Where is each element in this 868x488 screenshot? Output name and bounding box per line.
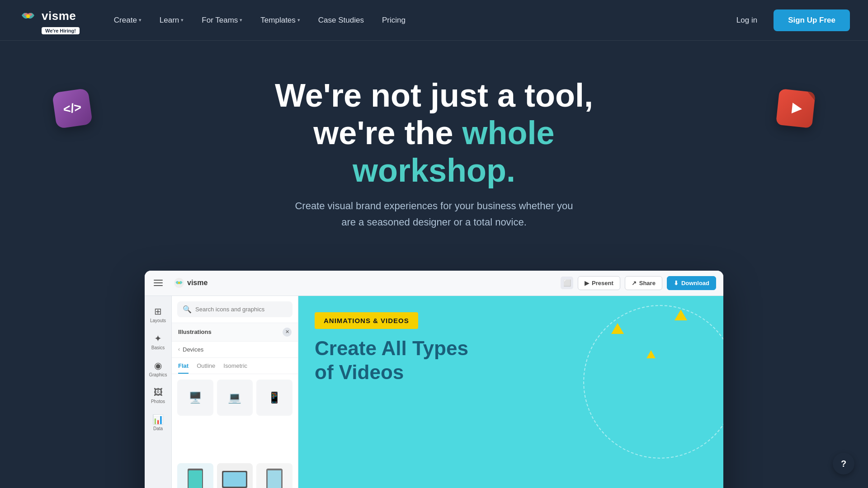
logo-inner[interactable]: visme [18, 6, 76, 26]
nav-links: Create ▾ Learn ▾ For Teams ▾ Templates ▾… [107, 11, 729, 29]
mockup-sidebar: ⊞ Layouts ✦ Basics ◉ Graphics 🖼 Photos 📊 [145, 296, 172, 488]
floating-play-icon [778, 90, 814, 127]
sidebar-item-layouts[interactable]: ⊞ Layouts [146, 302, 170, 327]
floating-code-icon: </> [54, 90, 90, 127]
grid-item-3[interactable]: 📱 [256, 380, 292, 416]
share-icon: ↗ [632, 280, 637, 286]
nav-case-studies[interactable]: Case Studies [311, 11, 371, 29]
svg-rect-13 [268, 470, 281, 488]
svg-point-1 [26, 14, 30, 18]
panel-tabs: Flat Outline Isometric [172, 358, 298, 374]
present-button[interactable]: ▶ Present [578, 276, 620, 290]
svg-point-4 [178, 282, 180, 284]
sidebar-item-data[interactable]: 📊 Data [146, 410, 170, 435]
signup-button[interactable]: Sign Up Free [774, 9, 850, 31]
basics-icon: ✦ [154, 333, 162, 344]
sidebar-item-graphics[interactable]: ◉ Graphics [146, 357, 170, 381]
grid-item-2[interactable]: 💻 [217, 380, 253, 416]
hero-subtext: Create visual brand experiences for your… [289, 198, 579, 230]
learn-chevron-icon: ▾ [181, 17, 184, 23]
layouts-icon: ⊞ [154, 306, 162, 317]
data-icon: 📊 [152, 414, 164, 425]
svg-rect-9 [223, 472, 246, 487]
mockup-wrapper: visme ⬜ ▶ Present ↗ Share ⬇ Download [0, 271, 868, 488]
hero-section: </> We're not just a tool, we're the who… [0, 41, 868, 271]
login-button[interactable]: Log in [729, 11, 764, 29]
mockup-action-buttons: ⬜ ▶ Present ↗ Share ⬇ Download [561, 276, 716, 290]
code-icon-box: </> [52, 88, 93, 129]
illustrations-title: Illustrations [178, 328, 212, 335]
nav-pricing[interactable]: Pricing [375, 11, 413, 29]
hero-headline: We're not just a tool, we're the whole w… [231, 77, 637, 189]
nav-for-teams[interactable]: For Teams ▾ [194, 11, 250, 29]
help-button[interactable]: ? [833, 453, 854, 474]
mockup-slide-icon[interactable]: ⬜ [561, 277, 573, 289]
nav-learn[interactable]: Learn ▾ [152, 11, 191, 29]
device-illustration-3 [264, 468, 285, 488]
mockup-topbar: visme ⬜ ▶ Present ↗ Share ⬇ Download [145, 271, 723, 296]
mockup-canvas: ANIMATIONS & VIDEOS Create All Types of … [298, 296, 723, 488]
grid-item-4[interactable] [177, 463, 213, 488]
hiring-badge[interactable]: We're Hiring! [42, 27, 80, 34]
nav-right: Log in Sign Up Free [729, 9, 850, 31]
sidebar-item-photos[interactable]: 🖼 Photos [146, 384, 170, 408]
panel-illustrations-header: Illustrations ✕ [172, 323, 298, 342]
nav-templates[interactable]: Templates ▾ [253, 11, 307, 29]
sidebar-item-basics[interactable]: ✦ Basics [146, 329, 170, 354]
play-icon-small: ▶ [585, 280, 589, 286]
grid-item-6[interactable] [256, 463, 292, 488]
search-input[interactable] [195, 306, 287, 313]
hamburger-menu[interactable] [152, 278, 165, 288]
dashed-circle-decoration [583, 305, 723, 459]
nav-create[interactable]: Create ▾ [107, 11, 149, 29]
graphics-icon: ◉ [154, 360, 162, 371]
device-illustration-1 [184, 467, 207, 488]
app-mockup: visme ⬜ ▶ Present ↗ Share ⬇ Download [145, 271, 723, 488]
create-chevron-icon: ▾ [139, 17, 142, 23]
panel-breadcrumb[interactable]: ‹ Devices [172, 342, 298, 358]
grid-item-5[interactable] [217, 463, 253, 488]
visme-logo-icon [18, 6, 38, 26]
templates-chevron-icon: ▾ [297, 17, 300, 23]
navbar: visme We're Hiring! Create ▾ Learn ▾ For… [0, 0, 868, 41]
breadcrumb-back-icon: ‹ [178, 346, 180, 352]
mockup-logo-icon [174, 277, 184, 288]
mockup-body: ⊞ Layouts ✦ Basics ◉ Graphics 🖼 Photos 📊 [145, 296, 723, 488]
svg-marker-2 [792, 103, 802, 114]
logo-text: visme [42, 9, 76, 23]
panel-grid: 🖥️ 💻 📱 [172, 374, 298, 488]
download-button[interactable]: ⬇ Download [667, 276, 716, 290]
download-icon: ⬇ [674, 280, 679, 286]
grid-item-1[interactable]: 🖥️ [177, 380, 213, 416]
mockup-panel: 🔍 Illustrations ✕ ‹ Devices Flat Outline… [172, 296, 298, 488]
device-illustration-2 [221, 469, 248, 488]
share-button[interactable]: ↗ Share [625, 276, 662, 290]
tab-outline[interactable]: Outline [197, 362, 215, 374]
mockup-logo-text: visme [187, 279, 208, 287]
search-icon: 🔍 [183, 305, 192, 314]
mockup-logo: visme [174, 277, 208, 288]
canvas-badge: ANIMATIONS & VIDEOS [315, 312, 418, 329]
panel-close-button[interactable]: ✕ [283, 328, 292, 337]
tab-isometric[interactable]: Isometric [223, 362, 247, 374]
panel-search-area: 🔍 [172, 296, 298, 323]
photos-icon: 🖼 [154, 387, 163, 398]
tab-flat[interactable]: Flat [178, 362, 189, 374]
svg-rect-6 [189, 470, 202, 488]
logo-area: visme We're Hiring! [18, 6, 80, 34]
search-box[interactable]: 🔍 [177, 301, 292, 317]
for-teams-chevron-icon: ▾ [240, 17, 242, 23]
canvas-title: Create All Types of Videos [315, 337, 468, 385]
play-icon [786, 99, 806, 118]
